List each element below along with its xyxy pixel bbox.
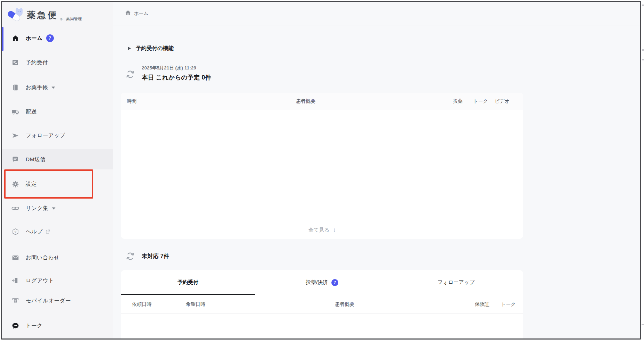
- delivery-icon: [11, 108, 19, 116]
- home-badge: 7: [46, 34, 54, 42]
- sidebar-item-label: フォローアップ: [26, 132, 65, 139]
- registered-mark: ®: [60, 18, 63, 24]
- schedule-table-header: 時間 患者概要 投薬 トーク ビデオ: [121, 93, 523, 110]
- column-dispense: 投薬: [453, 93, 463, 110]
- disclosure-triangle-icon: [128, 45, 131, 52]
- scrollbar-artifact: [642, 324, 644, 325]
- sidebar-item-label: ホーム: [26, 35, 43, 42]
- column-patient: 患者概要: [296, 93, 315, 110]
- mobile-order-icon: [11, 297, 19, 304]
- sidebar-item-home[interactable]: ホーム 7: [2, 28, 113, 48]
- sidebar-item-label: 設定: [26, 181, 37, 188]
- external-link-icon: [46, 229, 50, 234]
- sidebar-item-label: 配送: [26, 108, 37, 116]
- sidebar-item-reservation[interactable]: 予約受付: [2, 52, 113, 73]
- sidebar-item-label: ヘルプ: [26, 228, 43, 235]
- column-patient: 患者概要: [335, 295, 354, 313]
- column-time: 時間: [127, 93, 137, 110]
- pending-tabs: 予約受付 投薬/決済 7 フォローアップ: [121, 270, 523, 295]
- tab-label: 投薬/決済: [306, 279, 328, 286]
- see-all-label: 全て見る: [308, 227, 330, 233]
- column-talk: トーク: [501, 295, 516, 313]
- pending-title: 未対応 7件: [142, 253, 169, 260]
- sidebar-item-label: モバイルオーダー: [26, 297, 71, 304]
- sidebar-item-dm[interactable]: DM送信: [2, 149, 113, 169]
- main-area: ホーム 予約受付の機能 2025年5月21日 (水) 11:29 本日 これから…: [113, 2, 640, 338]
- logout-icon: [11, 277, 19, 284]
- sidebar-item-label: お薬手帳: [26, 84, 48, 91]
- see-all-button[interactable]: 全て見る↓: [121, 227, 523, 233]
- tab-reservation[interactable]: 予約受付: [121, 270, 255, 295]
- column-insurance: 保険証: [475, 295, 489, 313]
- app-name: 薬急便: [27, 9, 58, 21]
- pending-header: 未対応 7件: [126, 252, 169, 261]
- talk-bubble-icon: [11, 322, 19, 329]
- app-window: 薬急便 ® 薬局管理 ホーム 7 予約受付 お薬手帳: [1, 1, 641, 340]
- collapse-title: 予約受付の機能: [136, 45, 174, 52]
- sidebar-item-label: 予約受付: [26, 59, 48, 66]
- column-talk: トーク: [473, 93, 488, 110]
- scrollbar-artifact: [642, 59, 644, 60]
- column-request-datetime: 依頼日時: [132, 295, 151, 313]
- chevron-down-icon: [51, 86, 55, 89]
- app-logo: 薬急便 ® 薬局管理: [7, 6, 82, 24]
- schedule-header: 2025年5月21日 (水) 11:29 本日 これからの予定 0件: [126, 65, 211, 82]
- sidebar-item-medicine-notebook[interactable]: お薬手帳: [2, 77, 113, 98]
- sidebar-item-label: ログアウト: [26, 277, 54, 284]
- pill-cat-logo-icon: [7, 7, 23, 23]
- sidebar-item-delivery[interactable]: 配送: [2, 102, 113, 122]
- column-desired-datetime: 希望日時: [186, 295, 205, 313]
- arrow-down-icon: ↓: [333, 227, 336, 233]
- home-icon: [11, 34, 19, 42]
- refresh-icon[interactable]: [126, 70, 135, 79]
- breadcrumb[interactable]: ホーム: [134, 10, 148, 17]
- mail-icon: [11, 254, 19, 261]
- sidebar: 薬急便 ® 薬局管理 ホーム 7 予約受付 お薬手帳: [2, 2, 113, 338]
- today-schedule-card: 時間 患者概要 投薬 トーク ビデオ 全て見る↓: [121, 93, 523, 239]
- sidebar-item-label: DM送信: [26, 156, 46, 163]
- app-subtitle: 薬局管理: [66, 16, 82, 24]
- tab-badge: 7: [331, 279, 338, 286]
- pending-table-header: 依頼日時 希望日時 患者概要 保険証 トーク: [121, 295, 523, 313]
- sidebar-item-links[interactable]: リンク集: [2, 198, 113, 218]
- sidebar-item-talk[interactable]: トーク: [2, 316, 113, 336]
- tab-label: フォローアップ: [437, 279, 474, 286]
- dm-message-icon: [11, 156, 19, 163]
- topbar: ホーム: [113, 2, 640, 25]
- sidebar-divider: [2, 290, 113, 290]
- sidebar-divider: [2, 312, 113, 312]
- sidebar-item-label: お問い合わせ: [26, 254, 59, 261]
- help-question-icon: ?: [11, 228, 19, 235]
- schedule-title-block: 2025年5月21日 (水) 11:29 本日 これからの予定 0件: [142, 65, 211, 82]
- column-video: ビデオ: [495, 93, 510, 110]
- gear-icon: [11, 180, 19, 188]
- scrollbar-artifact: [642, 5, 644, 6]
- sidebar-item-logout[interactable]: ログアウト: [2, 272, 113, 289]
- sidebar-item-help[interactable]: ? ヘルプ: [2, 221, 113, 242]
- reservation-icon: [11, 59, 19, 66]
- followup-icon: [11, 132, 19, 139]
- refresh-icon[interactable]: [126, 252, 135, 261]
- sidebar-item-label: リンク集: [26, 205, 48, 212]
- schedule-title: 本日 これからの予定 0件: [142, 73, 211, 82]
- tab-followup[interactable]: フォローアップ: [389, 270, 523, 295]
- tab-dispense-payment[interactable]: 投薬/決済 7: [255, 270, 389, 295]
- pending-card: 予約受付 投薬/決済 7 フォローアップ 依頼日時 希望日時 患者概要 保険証 …: [121, 270, 523, 340]
- sidebar-item-followup[interactable]: フォローアップ: [2, 125, 113, 145]
- tab-label: 予約受付: [177, 279, 198, 286]
- svg-text:?: ?: [14, 229, 16, 233]
- sidebar-item-settings[interactable]: 設定: [2, 174, 113, 194]
- scrollbar-artifact: [642, 49, 644, 51]
- reservation-features-toggle[interactable]: 予約受付の機能: [128, 45, 174, 52]
- link-icon: [11, 204, 19, 212]
- sidebar-item-mobile-order[interactable]: モバイルオーダー: [2, 291, 113, 310]
- sidebar-item-label: トーク: [26, 322, 43, 329]
- chevron-down-icon: [52, 207, 56, 210]
- home-breadcrumb-icon: [125, 10, 131, 17]
- medicine-notebook-icon: [11, 84, 19, 91]
- sidebar-item-contact[interactable]: お問い合わせ: [2, 248, 113, 268]
- schedule-date: 2025年5月21日 (水) 11:29: [142, 65, 211, 71]
